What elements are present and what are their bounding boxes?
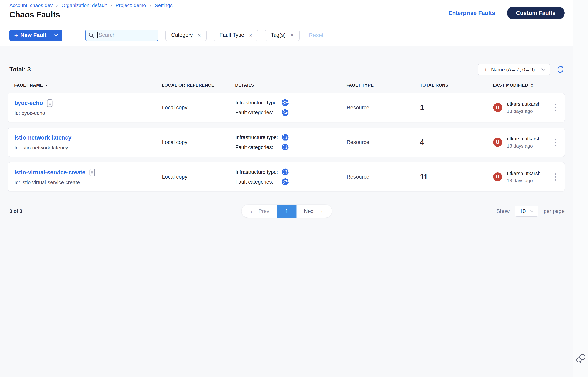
breadcrumb-separator-icon: › (56, 2, 58, 9)
local-or-reference-cell: Local copy (162, 139, 235, 145)
page-number-button[interactable]: 1 (277, 205, 296, 218)
pagination: 3 of 3 ← Prev 1 Next → Show 10 (0, 204, 573, 218)
support-chat-button[interactable] (576, 353, 587, 365)
sort-dropdown[interactable]: ↑↓ Name (A→Z, 0→9) (478, 64, 550, 75)
row-menu-button[interactable] (551, 136, 559, 149)
total-runs-cell: 1 (420, 103, 493, 112)
kebab-dot (554, 107, 556, 108)
fault-id: Id: istio-virtual-service-create (14, 179, 162, 186)
modified-by: utkarsh.utkarsh (507, 136, 541, 142)
kebab-dot (554, 142, 556, 143)
close-icon[interactable]: × (198, 32, 201, 38)
list-content: Total: 3 ↑↓ Name (A→Z, 0→9) (0, 46, 573, 377)
breadcrumb-separator-icon: › (110, 2, 112, 9)
close-icon[interactable]: × (249, 32, 252, 38)
total-runs-cell: 4 (420, 138, 493, 147)
breadcrumb-project[interactable]: Project: demo (116, 2, 146, 8)
column-label: DETAILS (235, 83, 254, 88)
app-root: Account: chaos-dev › Organization: defau… (0, 0, 588, 377)
column-local-or-reference: LOCAL OR REFERENCE (162, 83, 235, 88)
kebab-dot (554, 139, 556, 140)
custom-faults-button[interactable]: Custom Faults (507, 7, 565, 19)
kebab-dot (554, 176, 556, 178)
avatar: U (493, 103, 502, 112)
details-cell: Infrastructure type: Fault (235, 99, 347, 116)
page-size-dropdown[interactable]: 10 (515, 206, 538, 217)
table-row[interactable]: istio-virtual-service-create Id: istio-v… (8, 162, 565, 191)
copy-id-icon[interactable] (47, 99, 53, 107)
infrastructure-type-label: Infrastructure type: (235, 134, 282, 141)
column-details: DETAILS (235, 83, 346, 88)
search-box (85, 30, 158, 41)
local-or-reference-cell: Local copy (162, 174, 235, 180)
fault-table: FAULT NAME ▲ LOCAL OR REFERENCE DETAILS … (0, 83, 573, 191)
next-page-button[interactable]: Next → (296, 205, 332, 218)
arrow-right-icon: → (318, 208, 324, 214)
fault-name-link[interactable]: byoc-echo (14, 100, 43, 106)
breadcrumb-organization[interactable]: Organization: default (61, 2, 107, 8)
prev-label: Prev (258, 208, 269, 214)
local-or-reference-cell: Local copy (162, 105, 235, 111)
column-fault-name[interactable]: FAULT NAME ▲ (14, 83, 162, 88)
breadcrumb-account[interactable]: Account: chaos-dev (10, 2, 53, 8)
breadcrumb-settings[interactable]: Settings (155, 2, 173, 8)
pagination-summary: 3 of 3 (10, 208, 22, 214)
list-head: Total: 3 ↑↓ Name (A→Z, 0→9) (0, 64, 573, 75)
kubernetes-icon[interactable] (282, 168, 289, 176)
filter-chip-tags[interactable]: Tag(s) × (265, 30, 300, 41)
filter-chip-fault-type[interactable]: Fault Type × (214, 30, 258, 41)
details-cell: Infrastructure type: Fault (235, 134, 347, 151)
fault-categories-label: Fault categories: (235, 144, 282, 150)
page-header: Account: chaos-dev › Organization: defau… (0, 0, 573, 24)
chevron-down-icon (541, 68, 545, 71)
kubernetes-icon[interactable] (282, 109, 289, 116)
search-input[interactable] (85, 30, 158, 41)
new-fault-button[interactable]: + New Fault (10, 30, 50, 41)
per-page-label: per page (543, 208, 565, 214)
fault-id: Id: istio-network-latency (14, 145, 162, 151)
column-last-modified[interactable]: LAST MODIFIED ▲▼ (493, 83, 545, 88)
modified-by: utkarsh.utkarsh (507, 171, 541, 176)
new-fault-dropdown-button[interactable] (50, 30, 62, 41)
filter-chip-category[interactable]: Category × (166, 30, 207, 41)
reset-filters-button[interactable]: Reset (309, 32, 323, 38)
infrastructure-type-label: Infrastructure type: (235, 100, 282, 106)
fault-name-link[interactable]: istio-network-latency (14, 135, 71, 141)
kubernetes-icon[interactable] (282, 178, 289, 186)
fault-table-body: byoc-echo Id: byoc-echo Local copy Infra… (8, 93, 565, 191)
kubernetes-icon[interactable] (282, 99, 289, 106)
chat-bubbles-icon (576, 353, 587, 364)
prev-page-button[interactable]: ← Prev (241, 205, 277, 218)
column-label: FAULT TYPE (346, 83, 374, 88)
row-menu-button[interactable] (551, 101, 559, 114)
search-icon (88, 32, 94, 38)
infrastructure-type-label: Infrastructure type: (235, 169, 282, 175)
kebab-dot (554, 110, 556, 111)
column-label: LAST MODIFIED (493, 83, 528, 88)
close-icon[interactable]: × (290, 32, 294, 38)
last-modified-cell: U utkarsh.utkarsh 13 days ago (493, 101, 545, 114)
total-runs-cell: 11 (420, 173, 493, 181)
column-label: FAULT NAME (14, 83, 43, 88)
fault-categories-label: Fault categories: (235, 179, 282, 185)
next-label: Next (304, 208, 315, 214)
copy-id-icon[interactable] (89, 168, 95, 177)
table-row[interactable]: istio-network-latency Id: istio-network-… (8, 128, 565, 157)
kubernetes-icon[interactable] (282, 134, 289, 141)
fault-name-link[interactable]: istio-virtual-service-create (14, 169, 85, 176)
header-right-actions: Enterprise Faults Custom Faults (449, 7, 565, 19)
refresh-button[interactable] (556, 65, 565, 74)
chevron-down-icon (54, 34, 58, 37)
kubernetes-icon[interactable] (282, 143, 289, 151)
table-row[interactable]: byoc-echo Id: byoc-echo Local copy Infra… (8, 93, 565, 122)
fault-type-cell: Resource (347, 174, 420, 180)
table-header-row: FAULT NAME ▲ LOCAL OR REFERENCE DETAILS … (8, 83, 565, 88)
refresh-icon (556, 65, 565, 74)
chip-label: Category (171, 32, 193, 38)
fault-name-cell: istio-virtual-service-create Id: istio-v… (14, 168, 162, 186)
enterprise-faults-link[interactable]: Enterprise Faults (449, 10, 495, 16)
last-modified-cell: U utkarsh.utkarsh 13 days ago (493, 136, 545, 149)
fault-id: Id: byoc-echo (14, 110, 162, 116)
row-menu-button[interactable] (551, 171, 559, 183)
last-modified-cell: U utkarsh.utkarsh 13 days ago (493, 171, 545, 183)
